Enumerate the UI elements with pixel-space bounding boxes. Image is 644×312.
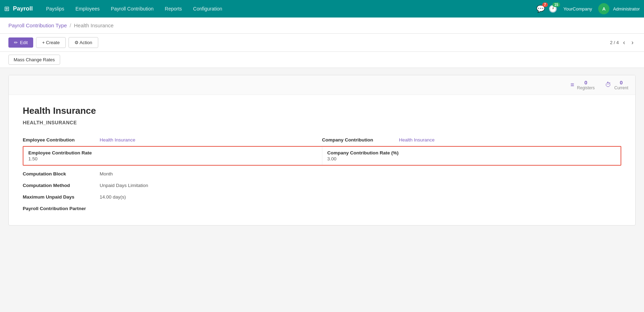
rate-section: Employee Contribution Rate 1.50 Company … [23, 146, 621, 166]
topnav-actions: 💬 7 🕐 15 YourCompany A Administrator [536, 3, 640, 14]
breadcrumb-separator: / [70, 22, 71, 28]
pagination: 2 / 4 ‹ › [610, 38, 636, 47]
nav-configuration[interactable]: Configuration [188, 4, 227, 14]
form-title: Health Insurance [23, 105, 621, 116]
employee-rate-field: Employee Contribution Rate 1.50 [23, 147, 322, 165]
avatar[interactable]: A [598, 3, 609, 14]
list-icon: ≡ [571, 81, 574, 89]
employee-rate-value: 1.50 [28, 156, 317, 161]
notifications-button[interactable]: 💬 7 [536, 5, 545, 13]
activity-badge: 15 [552, 2, 560, 7]
employee-contribution-label: Employee Contribution [23, 135, 100, 145]
employee-contribution-value[interactable]: Health Insurance [100, 135, 322, 145]
form-body: Health Insurance HEALTH_INSURANCE Employ… [9, 95, 635, 225]
activity-button[interactable]: 🕐 15 [549, 5, 557, 13]
computation-method-label: Computation Method [23, 180, 100, 191]
computation-method-row: Computation Method Unpaid Days Limitatio… [23, 180, 621, 191]
grid-icon[interactable]: ⊞ [4, 5, 9, 13]
nav-reports[interactable]: Reports [160, 4, 187, 14]
company-rate-field: Company Contribution Rate (%) 3.00 [322, 147, 621, 165]
employee-rate-label: Employee Contribution Rate [28, 150, 317, 155]
prev-button[interactable]: ‹ [621, 38, 627, 47]
current-stat[interactable]: ⏱ 0 Current [605, 79, 628, 90]
computation-block-row: Computation Block Month [23, 168, 621, 179]
notifications-badge: 7 [542, 2, 548, 7]
current-count: 0 [614, 79, 628, 85]
max-unpaid-days-label: Maximum Unpaid Days [23, 192, 100, 202]
company-contribution-label: Company Contribution [322, 135, 399, 145]
pagination-info: 2 / 4 [610, 40, 619, 45]
current-label: Current [614, 85, 628, 90]
company-contribution-value[interactable]: Health Insurance [399, 135, 621, 145]
payroll-partner-row: Payroll Contribution Partner [23, 203, 621, 214]
nav-payroll-contribution[interactable]: Payroll Contribution [106, 4, 158, 14]
nav-payslips[interactable]: Payslips [41, 4, 69, 14]
edit-button-label: Edit [20, 40, 28, 45]
company-rate-label: Company Contribution Rate (%) [327, 150, 616, 155]
registers-label: Registers [577, 85, 595, 90]
edit-icon: ✏ [14, 40, 18, 45]
registers-count: 0 [577, 79, 595, 85]
admin-label[interactable]: Administrator [613, 6, 640, 12]
action-toolbar: ✏ Edit + Create ⚙ Action 2 / 4 ‹ › [0, 34, 644, 52]
mass-change-label: Mass Change Rates [14, 57, 55, 62]
computation-method-value: Unpaid Days Limitation [100, 180, 621, 191]
sub-toolbar: Mass Change Rates [0, 52, 644, 68]
create-button[interactable]: + Create [36, 37, 65, 48]
app-brand[interactable]: Payroll [13, 5, 33, 12]
main-content: ≡ 0 Registers ⏱ 0 Current Health Insuran… [0, 68, 644, 233]
edit-button[interactable]: ✏ Edit [8, 37, 33, 48]
breadcrumb-current: Health Insurance [74, 22, 114, 28]
payroll-partner-label: Payroll Contribution Partner [23, 203, 100, 214]
registers-stat[interactable]: ≡ 0 Registers [571, 79, 595, 90]
max-unpaid-days-value: 14.00 day(s) [100, 192, 621, 202]
top-navigation: ⊞ Payroll Payslips Employees Payroll Con… [0, 0, 644, 18]
clock-stat-icon: ⏱ [605, 81, 611, 89]
breadcrumb-parent-link[interactable]: Payroll Contribution Type [8, 22, 67, 28]
computation-block-value: Month [100, 168, 621, 179]
stats-bar: ≡ 0 Registers ⏱ 0 Current [9, 75, 635, 95]
action-button[interactable]: ⚙ Action [69, 37, 98, 48]
form-card: ≡ 0 Registers ⏱ 0 Current Health Insuran… [8, 75, 636, 226]
company-rate-value: 3.00 [327, 156, 616, 161]
mass-change-rates-button[interactable]: Mass Change Rates [8, 55, 60, 65]
action-button-label: ⚙ Action [74, 40, 92, 45]
breadcrumb: Payroll Contribution Type / Health Insur… [0, 18, 644, 34]
contribution-header: Employee Contribution Health Insurance C… [23, 135, 621, 145]
computation-block-label: Computation Block [23, 168, 100, 179]
payroll-partner-value [100, 203, 621, 214]
simple-fields: Computation Block Month Computation Meth… [23, 168, 621, 214]
next-button[interactable]: › [629, 38, 636, 47]
form-subtitle: HEALTH_INSURANCE [23, 120, 621, 125]
company-selector[interactable]: YourCompany [564, 6, 592, 12]
nav-employees[interactable]: Employees [71, 4, 105, 14]
max-unpaid-days-row: Maximum Unpaid Days 14.00 day(s) [23, 192, 621, 202]
create-button-label: + Create [42, 40, 59, 45]
